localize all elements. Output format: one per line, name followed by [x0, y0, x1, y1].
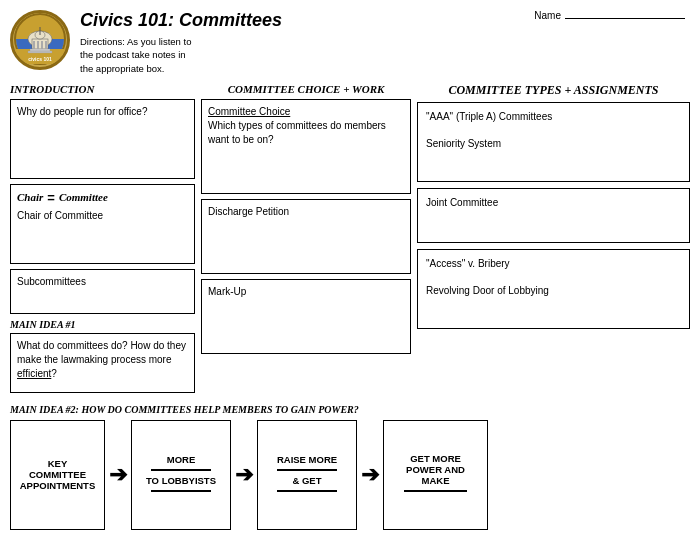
main-layout: Introduction Why do people run for offic…	[10, 83, 690, 398]
main-idea1-text: What do committees do? How do they make …	[17, 339, 188, 381]
committee-label: Committee	[59, 191, 108, 203]
revolving-text: Revolving Door of Lobbying	[426, 283, 681, 298]
svg-rect-8	[41, 41, 43, 49]
flow1-line2: COMMITTEE	[29, 469, 86, 480]
svg-rect-6	[33, 41, 35, 49]
name-field: Name	[534, 10, 685, 21]
main-idea1-title: Main Idea #1	[10, 319, 195, 330]
equals-icon: =	[47, 190, 55, 205]
flow3-line2: & GET	[292, 475, 321, 486]
flow3-line1: RAISE MORE	[277, 454, 337, 465]
access-revolving-box: "Access" v. Bribery Revolving Door of Lo…	[417, 249, 690, 329]
flow2-line-bar	[151, 469, 211, 471]
header: civics 101 Civics 101: Committees Direct…	[10, 10, 690, 75]
flow4-line2: POWER AND	[406, 464, 465, 475]
flow-box-2: MORE TO LOBBYISTS	[131, 420, 231, 530]
markup-box: Mark-Up	[201, 279, 411, 354]
middle-column: Committee Choice + Work Committee Choice…	[201, 83, 411, 398]
chair-box-text: Chair of Committee	[17, 209, 188, 223]
arrow-2-icon: ➔	[231, 420, 257, 530]
svg-text:civics 101: civics 101	[28, 56, 52, 62]
main-idea1-box: What do committees do? How do they make …	[10, 333, 195, 393]
committee-choice-box: Committee Choice Which types of committe…	[201, 99, 411, 194]
arrow-1-icon: ➔	[105, 420, 131, 530]
intro-box1: Why do people run for office?	[10, 99, 195, 179]
flow4-line1: GET MORE	[410, 453, 461, 464]
logo: civics 101	[10, 10, 70, 70]
flow-box-1: KEY COMMITTEE APPOINTMENTS	[10, 420, 105, 530]
committee-types-title: Committee Types + Assignments	[417, 83, 690, 98]
chair-diagram-box: Chair = Committee Chair of Committee	[10, 184, 195, 264]
flow-chart: KEY COMMITTEE APPOINTMENTS ➔ MORE TO LOB…	[10, 420, 690, 530]
flow1-line1: KEY	[48, 458, 68, 469]
flow2-line2: TO LOBBYISTS	[146, 475, 216, 486]
flow2-line1: MORE	[167, 454, 196, 465]
committee-choice-text: Which types of committees do members wan…	[208, 120, 386, 145]
svg-rect-9	[45, 41, 47, 49]
efficient-underline: efficient	[17, 368, 51, 379]
svg-rect-7	[37, 41, 39, 49]
committee-choice-title: Committee Choice + Work	[201, 83, 411, 95]
aaa-text: "AAA" (Triple A) Committees	[426, 109, 681, 124]
left-column: Introduction Why do people run for offic…	[10, 83, 195, 398]
flow4-line3: MAKE	[422, 475, 450, 486]
arrow-3-icon: ➔	[357, 420, 383, 530]
subcommittees-box: Subcommittees	[10, 269, 195, 314]
seniority-text: Seniority System	[426, 136, 681, 151]
logo-dome-icon: civics 101	[14, 13, 66, 65]
flow2-line-bar2	[151, 490, 211, 492]
name-underline[interactable]	[565, 18, 685, 19]
discharge-petition-text: Discharge Petition	[208, 205, 404, 219]
flow-box-4: GET MORE POWER AND MAKE	[383, 420, 488, 530]
svg-rect-12	[30, 49, 50, 51]
intro-title: Introduction	[10, 83, 195, 95]
flow3-line-bar2	[277, 490, 337, 492]
flow3-line-bar	[277, 469, 337, 471]
right-column: Committee Types + Assignments "AAA" (Tri…	[417, 83, 690, 398]
svg-rect-13	[28, 51, 52, 53]
intro-box1-text: Why do people run for office?	[17, 105, 188, 119]
joint-text: Joint Committee	[426, 195, 681, 210]
chair-label: Chair	[17, 191, 43, 203]
access-text: "Access" v. Bribery	[426, 256, 681, 271]
flow1-line3: APPOINTMENTS	[20, 480, 95, 491]
page: civics 101 Civics 101: Committees Direct…	[0, 0, 700, 551]
subcommittees-text: Subcommittees	[17, 275, 188, 289]
committee-choice-label: Committee Choice	[208, 106, 290, 117]
bottom-section: Main Idea #2: How do committees help Mem…	[10, 404, 690, 530]
markup-text: Mark-Up	[208, 285, 404, 299]
flow4-line-bar	[404, 490, 468, 492]
flow-box-3: RAISE MORE & GET	[257, 420, 357, 530]
joint-committee-box: Joint Committee	[417, 188, 690, 243]
aaa-seniority-box: "AAA" (Triple A) Committees Seniority Sy…	[417, 102, 690, 182]
directions-text: Directions: As you listen to the podcast…	[80, 35, 690, 75]
main-idea2-title: Main Idea #2: How do committees help Mem…	[10, 404, 690, 415]
discharge-petition-box: Discharge Petition	[201, 199, 411, 274]
